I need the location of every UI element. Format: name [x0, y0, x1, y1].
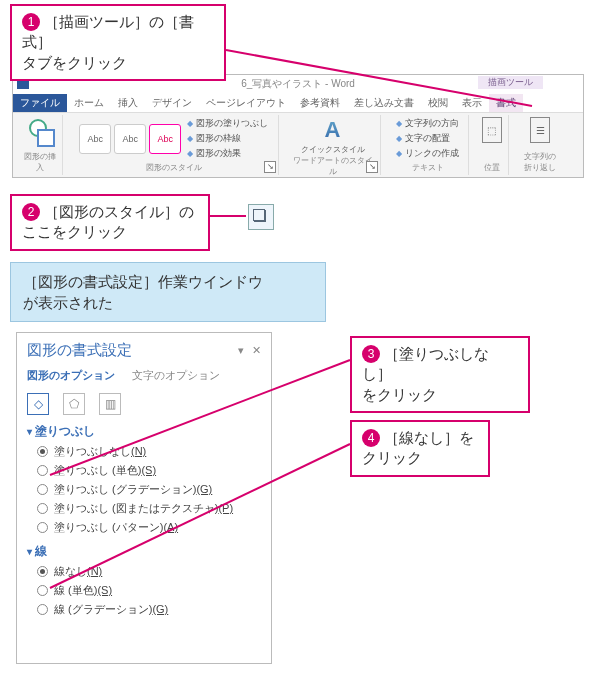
line-options: 線なし(N) 線 (単色)(S) 線 (グラデーション)(G) — [37, 564, 261, 617]
callout-3-num: 3 — [362, 345, 380, 363]
fill-line-category-icon[interactable]: ◇ — [27, 393, 49, 415]
group-label-insert-shapes: 図形の挿入 — [23, 151, 56, 173]
insert-shapes-icon[interactable] — [27, 117, 53, 151]
fill-pattern-option[interactable]: 塗りつぶし (パターン)(A) — [37, 520, 261, 535]
position-icon[interactable]: ⬚ — [482, 117, 502, 143]
ribbon-body: 図形の挿入 Abc Abc Abc 図形の塗りつぶし 図形の枠線 図形の効果 図… — [13, 113, 583, 177]
shape-fill-button[interactable]: 図形の塗りつぶし — [187, 117, 267, 130]
tab-view[interactable]: 表示 — [455, 94, 489, 112]
tab-review[interactable]: 校閲 — [421, 94, 455, 112]
callout-2-num: 2 — [22, 203, 40, 221]
shape-style-thumb[interactable]: Abc — [114, 124, 146, 154]
shape-effects-button[interactable]: 図形の効果 — [187, 147, 240, 160]
dialog-launcher-icon[interactable] — [248, 204, 274, 230]
radio-icon — [37, 604, 48, 615]
callout-2-line1: ［図形のスタイル］の — [44, 203, 194, 220]
wrap-text-icon[interactable]: ☰ — [530, 117, 550, 143]
radio-icon — [37, 484, 48, 495]
group-position: ⬚ 位置 — [475, 115, 509, 175]
format-shape-pane: 図形の書式設定 ▾ ✕ 図形のオプション 文字のオプション ◇ ⬠ ▥ 塗りつぶ… — [16, 332, 272, 664]
callout-2-line2: ここをクリック — [22, 223, 127, 240]
callout-4-line1: ［線なし］を — [384, 429, 474, 446]
tab-design[interactable]: デザイン — [145, 94, 199, 112]
tab-shape-options[interactable]: 図形のオプション — [27, 369, 115, 381]
shape-style-gallery[interactable]: Abc Abc Abc — [79, 124, 181, 154]
group-shape-styles: Abc Abc Abc 図形の塗りつぶし 図形の枠線 図形の効果 図形のスタイル… — [69, 115, 279, 175]
callout-4-num: 4 — [362, 429, 380, 447]
fill-options: 塗りつぶしなし(N) 塗りつぶし (単色)(S) 塗りつぶし (グラデーション)… — [37, 444, 261, 535]
radio-icon — [37, 465, 48, 476]
pane-close-icon[interactable]: ✕ — [252, 344, 261, 357]
fill-solid-option[interactable]: 塗りつぶし (単色)(S) — [37, 463, 261, 478]
shape-styles-dialog-launcher[interactable]: ↘ — [264, 161, 276, 173]
contextual-tab-drawing-tools: 描画ツール — [478, 76, 543, 89]
pane-title: 図形の書式設定 — [27, 341, 132, 360]
radio-icon — [37, 585, 48, 596]
radio-icon — [37, 503, 48, 514]
tab-text-options[interactable]: 文字のオプション — [132, 369, 220, 381]
wordart-icon[interactable]: A — [325, 117, 341, 143]
group-wordart-styles: A クイックスタイル ワードアートのスタイル ↘ — [285, 115, 381, 175]
radio-icon — [37, 446, 48, 457]
quick-styles-button[interactable]: クイックスタイル — [301, 144, 365, 155]
callout-3-line2: をクリック — [362, 386, 437, 403]
tab-mailings[interactable]: 差し込み文書 — [347, 94, 421, 112]
line-solid-option[interactable]: 線 (単色)(S) — [37, 583, 261, 598]
radio-icon — [37, 522, 48, 533]
group-wrap-text: ☰ 文字列の折り返し — [515, 115, 565, 175]
callout-1-line2: タブをクリック — [22, 54, 127, 71]
shape-style-thumb[interactable]: Abc — [79, 124, 111, 154]
align-text-button[interactable]: 文字の配置 — [396, 132, 449, 145]
shape-style-thumb[interactable]: Abc — [149, 124, 181, 154]
effects-category-icon[interactable]: ⬠ — [63, 393, 85, 415]
callout-1: 1［描画ツール］の［書式］ タブをクリック — [10, 4, 226, 81]
tab-layout[interactable]: ページレイアウト — [199, 94, 293, 112]
callout-4: 4［線なし］を クリック — [350, 420, 490, 477]
word-ribbon: 6_写真やイラスト - Word 描画ツール ファイル ホーム 挿入 デザイン … — [12, 74, 584, 178]
callout-3-line1: ［塗りつぶしなし］ — [362, 345, 489, 382]
group-label-text: テキスト — [412, 162, 444, 173]
info-note-line2: が表示された — [23, 294, 113, 311]
tab-references[interactable]: 参考資料 — [293, 94, 347, 112]
pane-dropdown-icon[interactable]: ▾ — [238, 344, 244, 357]
create-link-button[interactable]: リンクの作成 — [396, 147, 458, 160]
callout-2: 2［図形のスタイル］の ここをクリック — [10, 194, 210, 251]
tab-format[interactable]: 書式 — [489, 94, 523, 112]
shape-outline-button[interactable]: 図形の枠線 — [187, 132, 240, 145]
group-label-position: 位置 — [484, 162, 500, 173]
group-label-wordart: ワードアートのスタイル — [291, 155, 374, 177]
group-text: 文字列の方向 文字の配置 リンクの作成 テキスト — [387, 115, 469, 175]
section-line-header[interactable]: 線 — [27, 543, 261, 560]
callout-1-num: 1 — [22, 13, 40, 31]
layout-category-icon[interactable]: ▥ — [99, 393, 121, 415]
line-none-option[interactable]: 線なし(N) — [37, 564, 261, 579]
tab-home[interactable]: ホーム — [67, 94, 111, 112]
text-direction-button[interactable]: 文字列の方向 — [396, 117, 458, 130]
fill-none-option[interactable]: 塗りつぶしなし(N) — [37, 444, 261, 459]
group-insert-shapes: 図形の挿入 — [17, 115, 63, 175]
group-label-wrap: 文字列の折り返し — [521, 151, 559, 173]
info-note: ［図形の書式設定］作業ウインドウ が表示された — [10, 262, 326, 322]
fill-picture-option[interactable]: 塗りつぶし (図またはテクスチャ)(P) — [37, 501, 261, 516]
document-title: 6_写真やイラスト - Word — [241, 77, 355, 91]
ribbon-tabs: ファイル ホーム 挿入 デザイン ページレイアウト 参考資料 差し込み文書 校閲… — [13, 93, 583, 113]
fill-gradient-option[interactable]: 塗りつぶし (グラデーション)(G) — [37, 482, 261, 497]
section-fill-header[interactable]: 塗りつぶし — [27, 423, 261, 440]
line-gradient-option[interactable]: 線 (グラデーション)(G) — [37, 602, 261, 617]
info-note-line1: ［図形の書式設定］作業ウインドウ — [23, 273, 263, 290]
group-label-shape-styles: 図形のスタイル — [146, 162, 202, 173]
callout-1-line1: ［描画ツール］の［書式］ — [22, 13, 194, 50]
tab-insert[interactable]: 挿入 — [111, 94, 145, 112]
radio-icon — [37, 566, 48, 577]
callout-3: 3［塗りつぶしなし］ をクリック — [350, 336, 530, 413]
wordart-dialog-launcher[interactable]: ↘ — [366, 161, 378, 173]
tab-file[interactable]: ファイル — [13, 94, 67, 112]
callout-4-line2: クリック — [362, 449, 422, 466]
